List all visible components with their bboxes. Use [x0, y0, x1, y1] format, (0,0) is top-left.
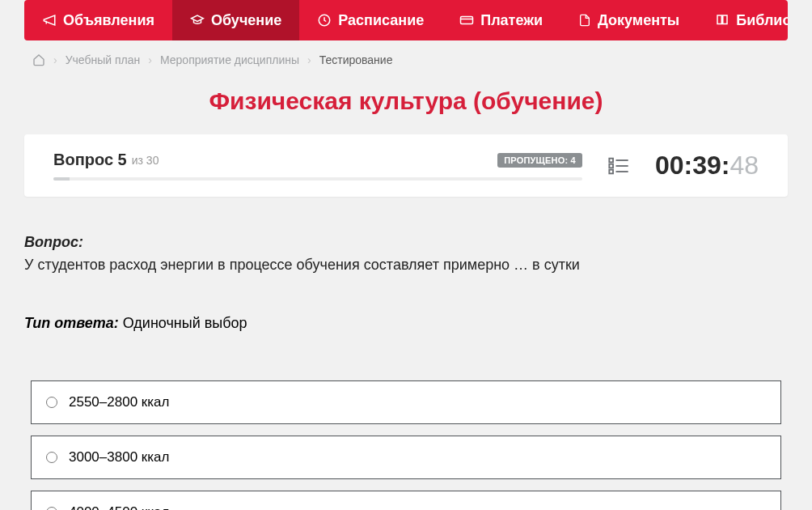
answer-radio[interactable] [46, 507, 57, 510]
nav-item-payments[interactable]: Платежи [442, 0, 560, 40]
svg-rect-4 [609, 164, 613, 168]
answer-option[interactable]: 4000–4500 ккал [31, 491, 781, 510]
answer-radio[interactable] [46, 452, 57, 463]
nav-label: Расписание [338, 12, 424, 29]
question-text: У студентов расход энергии в процессе об… [24, 254, 788, 276]
answers-list: 2550–2800 ккал 3000–3800 ккал 4000–4500 … [24, 380, 788, 510]
answer-option[interactable]: 3000–3800 ккал [31, 436, 781, 479]
nav-label: Обучение [211, 12, 281, 29]
answer-text: 4000–4500 ккал [69, 504, 169, 510]
timer-main: 00:39: [655, 151, 730, 181]
question-info-bar: Вопрос 5 из 30 ПРОПУЩЕНО: 4 00:39:48 [24, 134, 788, 197]
graduation-cap-icon [190, 13, 205, 28]
megaphone-icon [42, 13, 57, 28]
progress-fill [53, 177, 70, 181]
chevron-right-icon: › [148, 53, 152, 66]
svg-rect-6 [609, 169, 613, 173]
answer-radio[interactable] [46, 397, 57, 408]
clock-icon [317, 13, 332, 28]
book-icon [715, 13, 730, 28]
skipped-badge: ПРОПУЩЕНО: 4 [497, 153, 582, 168]
answer-text: 2550–2800 ккал [69, 394, 169, 410]
nav-item-announcements[interactable]: Объявления [24, 0, 172, 40]
nav-item-library[interactable]: Библиотека [697, 0, 788, 40]
card-icon [459, 13, 474, 28]
question-label: Вопрос: [24, 234, 788, 251]
answer-option[interactable]: 2550–2800 ккал [31, 380, 781, 424]
nav-item-documents[interactable]: Документы [560, 0, 697, 40]
breadcrumb-link-plan[interactable]: Учебный план [66, 53, 141, 66]
question-body: Вопрос: У студентов расход энергии в про… [24, 234, 788, 332]
answer-text: 3000–3800 ккал [69, 449, 169, 465]
nav-label: Библиотека [736, 12, 788, 29]
file-icon [578, 13, 591, 28]
breadcrumb-current: Тестирование [319, 53, 393, 66]
nav-label: Платежи [480, 12, 543, 29]
svg-rect-1 [461, 17, 473, 24]
main-nav: Объявления Обучение Расписание Платежи Д… [24, 0, 788, 40]
question-progress: Вопрос 5 из 30 ПРОПУЩЕНО: 4 [53, 151, 582, 181]
svg-rect-2 [609, 158, 613, 162]
nav-label: Объявления [63, 12, 154, 29]
timer: 00:39:48 [655, 151, 759, 181]
answer-type-label: Тип ответа: [24, 315, 119, 331]
home-icon[interactable] [32, 53, 45, 66]
timer-subseconds: 48 [730, 151, 759, 181]
page-title: Физическая культура (обучение) [24, 87, 788, 115]
chevron-right-icon: › [53, 53, 57, 66]
progress-track [53, 177, 582, 181]
question-list-icon[interactable] [607, 155, 631, 177]
question-number: Вопрос 5 [53, 151, 127, 169]
question-total: из 30 [132, 154, 159, 167]
nav-label: Документы [598, 12, 679, 29]
chevron-right-icon: › [307, 53, 311, 66]
answer-type-value-text: Одиночный выбор [123, 315, 247, 331]
nav-item-schedule[interactable]: Расписание [299, 0, 442, 40]
nav-item-education[interactable]: Обучение [172, 0, 299, 40]
breadcrumb: › Учебный план › Мероприятие дисциплины … [24, 40, 788, 79]
breadcrumb-link-event[interactable]: Мероприятие дисциплины [160, 53, 299, 66]
